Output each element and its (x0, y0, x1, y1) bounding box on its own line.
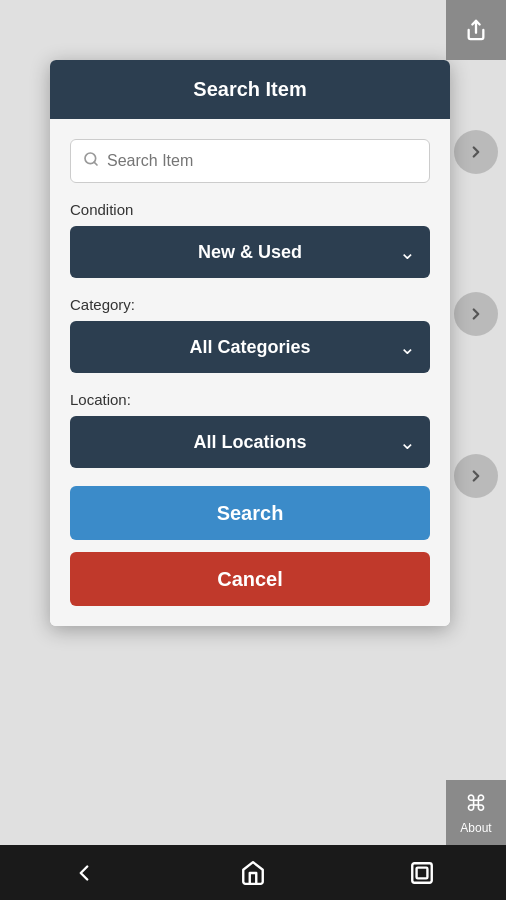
about-button[interactable]: ⌘ About (446, 780, 506, 845)
about-icon: ⌘ (465, 791, 487, 817)
home-button[interactable] (228, 848, 278, 898)
modal-header: Search Item (50, 60, 450, 119)
svg-rect-4 (416, 867, 427, 878)
category-label: Category: (70, 296, 430, 313)
search-input-wrapper (70, 139, 430, 183)
share-icon (465, 19, 487, 41)
location-chevron-icon: ⌄ (399, 430, 416, 454)
share-button[interactable] (446, 0, 506, 60)
search-icon (83, 151, 99, 171)
right-arrow-1[interactable] (454, 130, 498, 174)
search-button[interactable]: Search (70, 486, 430, 540)
category-dropdown[interactable]: All Categories ⌄ (70, 321, 430, 373)
search-item-modal: Search Item Condition New & Used ⌄ Categ… (50, 60, 450, 626)
right-arrow-3[interactable] (454, 454, 498, 498)
chevron-right-icon-3 (467, 467, 485, 485)
condition-dropdown[interactable]: New & Used ⌄ (70, 226, 430, 278)
recent-apps-button[interactable] (397, 848, 447, 898)
home-icon (240, 860, 266, 886)
bottom-nav (0, 845, 506, 900)
location-dropdown[interactable]: All Locations ⌄ (70, 416, 430, 468)
category-value: All Categories (189, 337, 310, 358)
about-label: About (460, 821, 491, 835)
condition-chevron-icon: ⌄ (399, 240, 416, 264)
location-value: All Locations (193, 432, 306, 453)
back-icon (71, 860, 97, 886)
svg-line-2 (94, 162, 97, 165)
condition-value: New & Used (198, 242, 302, 263)
modal-body: Condition New & Used ⌄ Category: All Cat… (50, 119, 450, 626)
category-chevron-icon: ⌄ (399, 335, 416, 359)
modal-title: Search Item (193, 78, 306, 100)
right-arrow-buttons (454, 130, 498, 616)
back-button[interactable] (59, 848, 109, 898)
chevron-right-icon-2 (467, 305, 485, 323)
svg-rect-3 (412, 863, 432, 883)
search-input[interactable] (107, 152, 417, 170)
condition-label: Condition (70, 201, 430, 218)
location-label: Location: (70, 391, 430, 408)
recent-apps-icon (409, 860, 435, 886)
chevron-right-icon-1 (467, 143, 485, 161)
right-arrow-2[interactable] (454, 292, 498, 336)
cancel-button[interactable]: Cancel (70, 552, 430, 606)
